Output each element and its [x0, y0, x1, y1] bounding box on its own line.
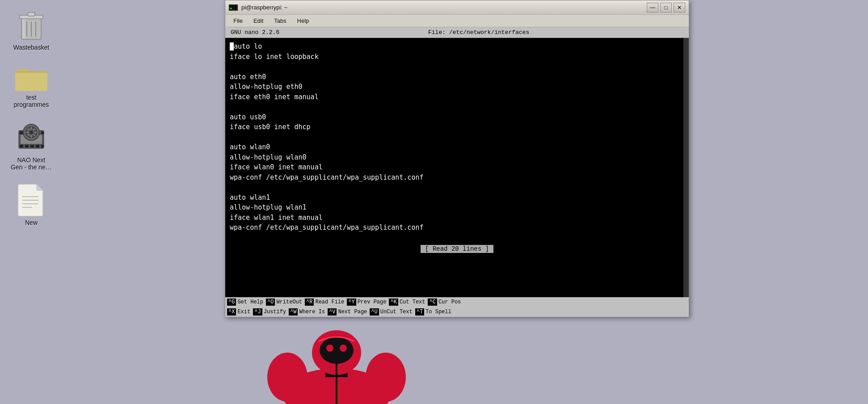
desktop-icon-new[interactable]: New — [4, 184, 58, 226]
close-button[interactable]: ✕ — [674, 3, 685, 13]
nano-filename: File: /etc/network/interfaces — [428, 29, 529, 36]
titlebar-buttons: — □ ✕ — [647, 3, 685, 13]
svg-rect-10 — [20, 131, 23, 134]
terminal-content: GNU nano 2.2.6 File: /etc/network/interf… — [225, 27, 689, 317]
svg-point-23 — [29, 130, 33, 134]
menu-help[interactable]: Help — [293, 17, 314, 25]
svg-rect-2 — [28, 13, 35, 16]
svg-point-41 — [366, 353, 406, 402]
menu-edit[interactable]: Edit — [249, 17, 268, 25]
menu-tabs[interactable]: Tabs — [270, 17, 291, 25]
read-lines-message: [ Read 20 lines ] — [230, 244, 684, 255]
desktop-icon-folder[interactable]: test programmes — [4, 64, 58, 108]
desktop: Wastebasket test programmes — [0, 0, 223, 404]
svg-point-40 — [267, 353, 308, 402]
svg-text:▶_: ▶_ — [230, 6, 235, 10]
film-label: NAO Next Gen - the ne… — [11, 156, 52, 171]
cmd-read-file: ^R Read File — [305, 299, 344, 306]
maximize-button[interactable]: □ — [660, 3, 672, 13]
cmd-cur-pos: ^C Cur Pos — [428, 299, 461, 306]
terminal-title: pi@raspberrypi: ~ — [241, 4, 287, 11]
terminal-window: ▶_ pi@raspberrypi: ~ — □ ✕ File Edit Tab… — [225, 0, 689, 317]
nano-statusbar: GNU nano 2.2.6 File: /etc/network/interf… — [225, 27, 689, 38]
svg-rect-6 — [22, 19, 25, 38]
minimize-button[interactable]: — — [647, 3, 658, 13]
cmd-writeout: ^O WriteOut — [266, 299, 302, 306]
svg-point-46 — [340, 345, 347, 352]
folder-label: test programmes — [14, 94, 49, 108]
editor-content: auto lo iface lo inet loopback auto eth0… — [230, 42, 684, 243]
titlebar-left: ▶_ pi@raspberrypi: ~ — [229, 4, 287, 11]
svg-point-45 — [326, 345, 333, 352]
terminal-editor-area[interactable]: auto lo iface lo inet loopback auto eth0… — [225, 38, 689, 297]
film-icon — [15, 122, 47, 154]
desktop-icon-wastebasket[interactable]: Wastebasket — [4, 9, 58, 51]
nano-help-row-1: ^G Get Help ^O WriteOut ^R Read File ^Y … — [225, 297, 689, 307]
nano-version: GNU nano 2.2.6 — [231, 29, 279, 36]
svg-rect-16 — [25, 145, 29, 147]
svg-rect-14 — [41, 131, 44, 134]
svg-rect-7 — [15, 73, 47, 91]
cursor — [230, 42, 234, 50]
document-icon — [18, 184, 45, 216]
terminal-app-icon: ▶_ — [229, 4, 238, 11]
wastebasket-label: Wastebasket — [13, 44, 49, 51]
terminal-menubar: File Edit Tabs Help — [225, 15, 689, 27]
cmd-cut-text: ^K Cut Text — [389, 299, 425, 306]
wastebasket-icon — [15, 9, 47, 41]
svg-rect-15 — [20, 145, 23, 147]
cmd-prev-page: ^Y Prev Page — [347, 299, 386, 306]
scrollbar[interactable] — [683, 38, 689, 297]
terminal-titlebar: ▶_ pi@raspberrypi: ~ — □ ✕ — [225, 0, 689, 15]
menu-file[interactable]: File — [229, 17, 247, 25]
nao-robot-icon — [247, 315, 426, 404]
robot-decoration — [225, 315, 448, 404]
svg-rect-17 — [30, 145, 34, 147]
svg-rect-19 — [41, 145, 44, 147]
folder-icon — [15, 64, 47, 91]
desktop-icon-film[interactable]: NAO Next Gen - the ne… — [4, 122, 58, 171]
nano-help-bar: ^G Get Help ^O WriteOut ^R Read File ^Y … — [225, 297, 689, 317]
cmd-get-help: ^G Get Help — [227, 299, 263, 306]
new-file-label: New — [25, 219, 38, 226]
svg-rect-18 — [36, 145, 39, 147]
